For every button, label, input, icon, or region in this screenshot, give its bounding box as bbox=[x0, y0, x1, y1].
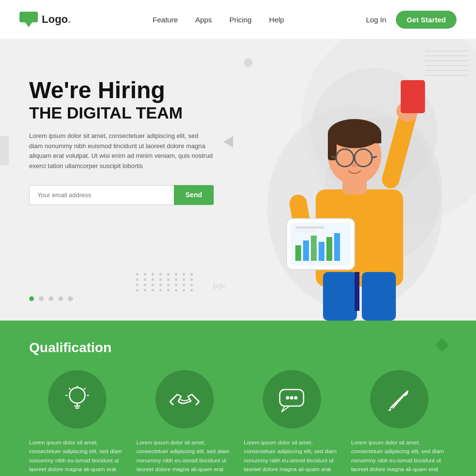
nav-right: Log In Get Started bbox=[366, 11, 457, 29]
hero-section: We're Hiring THE DIGITAL TEAM Lorem ipsu… bbox=[0, 39, 476, 321]
person-illustration bbox=[248, 53, 452, 321]
svg-rect-36 bbox=[323, 272, 357, 321]
svg-rect-0 bbox=[19, 12, 38, 22]
svg-rect-33 bbox=[334, 233, 340, 261]
svg-rect-32 bbox=[326, 237, 332, 261]
svg-point-50 bbox=[286, 396, 289, 400]
svg-rect-34 bbox=[295, 226, 324, 229]
svg-rect-31 bbox=[319, 242, 324, 261]
svg-point-52 bbox=[294, 396, 298, 400]
svg-marker-55 bbox=[388, 409, 391, 411]
svg-point-51 bbox=[290, 396, 293, 400]
hero-content: We're Hiring THE DIGITAL TEAM Lorem ipsu… bbox=[29, 78, 214, 205]
nav-help[interactable]: Help bbox=[269, 16, 284, 24]
get-started-button[interactable]: Get Started bbox=[396, 11, 457, 29]
qual-circle-2 bbox=[155, 370, 214, 428]
carousel-dot-2[interactable] bbox=[39, 296, 44, 301]
hero-title-main: We're Hiring bbox=[29, 78, 214, 103]
svg-line-44 bbox=[84, 388, 85, 390]
carousel-dot-4[interactable] bbox=[58, 296, 63, 301]
svg-rect-38 bbox=[355, 272, 359, 311]
svg-rect-24 bbox=[401, 80, 425, 113]
svg-rect-37 bbox=[362, 272, 396, 321]
left-accent-rect bbox=[0, 136, 9, 165]
logo: Logo. bbox=[19, 12, 71, 27]
qual-circle-3 bbox=[263, 370, 321, 428]
qual-card-4: Lorem ipsum dolor sit amet, consectetuer… bbox=[351, 370, 447, 476]
svg-rect-35 bbox=[295, 230, 315, 232]
pencil-ruler-icon bbox=[383, 384, 415, 415]
qual-text-4: Lorem ipsum dolor sit amet, consectetuer… bbox=[351, 438, 447, 476]
send-button[interactable]: Send bbox=[174, 185, 214, 205]
email-form: Send bbox=[29, 185, 214, 205]
svg-rect-30 bbox=[311, 236, 317, 261]
nav-links: Feature Apps Pricing Help bbox=[153, 16, 284, 24]
hero-title-sub: THE DIGITAL TEAM bbox=[29, 103, 214, 122]
hero-description: Lorem ipsum dolor sit amet, consectetuer… bbox=[29, 131, 214, 171]
svg-line-56 bbox=[393, 391, 408, 408]
qualification-section: Qualification Lorem ipsum dolor sit amet… bbox=[0, 321, 476, 476]
qual-circle-1 bbox=[48, 370, 106, 428]
carousel-dot-1[interactable] bbox=[29, 296, 34, 301]
qualification-cards: Lorem ipsum dolor sit amet, consectetuer… bbox=[29, 370, 447, 476]
lightbulb-icon bbox=[63, 385, 92, 414]
qual-text-3: Lorem ipsum dolor sit amet, consectetuer… bbox=[244, 438, 340, 476]
carousel-dot-3[interactable] bbox=[49, 296, 53, 301]
email-input[interactable] bbox=[29, 185, 174, 205]
svg-marker-49 bbox=[282, 406, 289, 412]
carousel-dots bbox=[29, 296, 73, 301]
logo-text: Logo. bbox=[42, 13, 71, 26]
qual-card-1: Lorem ipsum dolor sit amet, consectetuer… bbox=[29, 370, 125, 476]
svg-rect-28 bbox=[295, 245, 301, 261]
chat-icon bbox=[276, 385, 307, 414]
svg-rect-29 bbox=[303, 240, 309, 261]
login-button[interactable]: Log In bbox=[366, 16, 386, 24]
svg-point-39 bbox=[69, 388, 85, 403]
navbar: Logo. Feature Apps Pricing Help Log In G… bbox=[0, 0, 476, 39]
play-arrows-decoration: ▷▷ bbox=[214, 282, 226, 289]
qual-text-1: Lorem ipsum dolor sit amet, consectetuer… bbox=[29, 438, 125, 476]
nav-pricing[interactable]: Pricing bbox=[229, 16, 252, 24]
svg-marker-1 bbox=[25, 22, 32, 27]
qual-circle-4 bbox=[370, 370, 428, 428]
svg-point-21 bbox=[352, 163, 357, 167]
logo-icon bbox=[19, 12, 38, 27]
nav-apps[interactable]: Apps bbox=[195, 16, 212, 24]
qualification-title: Qualification bbox=[29, 340, 447, 356]
dots-grid-decoration bbox=[136, 273, 195, 291]
carousel-dot-5[interactable] bbox=[68, 296, 73, 301]
qual-card-3: Lorem ipsum dolor sit amet, consectetuer… bbox=[244, 370, 340, 476]
qual-text-2: Lorem ipsum dolor sit amet, consectetuer… bbox=[136, 438, 232, 476]
qual-card-2: Lorem ipsum dolor sit amet, consectetuer… bbox=[136, 370, 232, 476]
triangle-decoration bbox=[223, 136, 233, 148]
svg-line-45 bbox=[69, 388, 70, 390]
nav-feature[interactable]: Feature bbox=[153, 16, 178, 24]
handshake-icon bbox=[168, 385, 202, 414]
